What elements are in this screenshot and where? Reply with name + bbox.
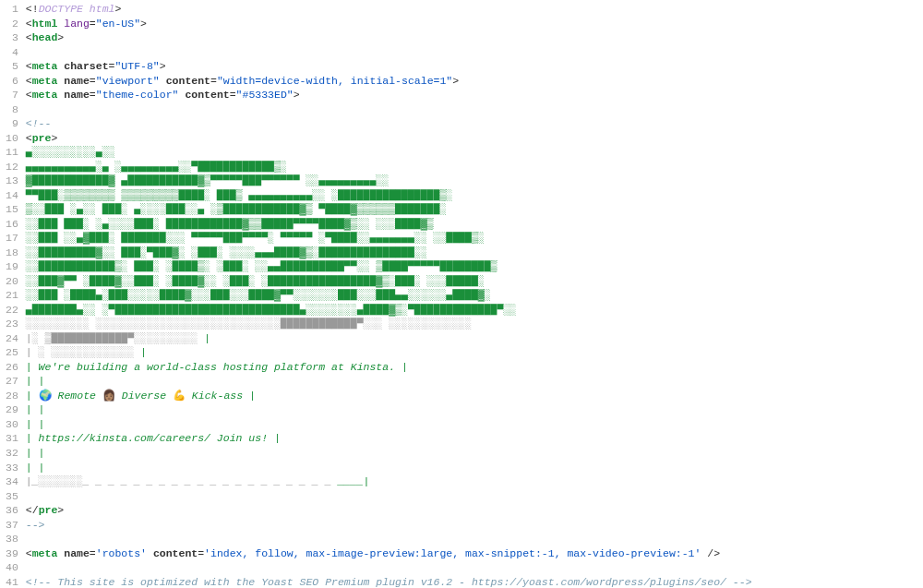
token-asciigray: |_░░░░░░░_ _ _ _ _ _ _ _ _ _ _ _ _ _ _ _… xyxy=(26,475,338,487)
code-line[interactable]: ▄███████▄░░ ░▀██████████████████████████… xyxy=(26,303,923,318)
token-asciigray: |░ ▒████████████▀░░░░░░░░░░ xyxy=(26,332,198,344)
code-line[interactable] xyxy=(26,560,923,575)
token-punct: > xyxy=(51,132,57,144)
code-line[interactable]: ▄░░░░░░░░░░▄░░ xyxy=(26,145,923,160)
code-line[interactable]: <meta charset="UTF-8"> xyxy=(26,59,923,74)
code-line[interactable]: ▓████████████▓ ▄███████████▓▒▀▀▀▀▀███▀▀▀… xyxy=(26,174,923,188)
code-line[interactable]: <meta name='robots' content='index, foll… xyxy=(26,546,923,561)
line-number: 16 xyxy=(6,217,18,232)
code-line[interactable]: <!-- xyxy=(26,116,923,131)
code-line[interactable]: ░░███▓▀▀ ░████▓░░███░ ░████▓░░ ░███░ ░██… xyxy=(26,274,923,289)
token-punct: > xyxy=(57,31,64,43)
line-number: 22 xyxy=(6,303,18,318)
code-line[interactable]: --> xyxy=(26,518,923,533)
token-punct: = xyxy=(230,89,236,101)
token-str: "UTF-8" xyxy=(114,60,159,72)
token-attrbold: content xyxy=(166,75,210,87)
token-punct: > xyxy=(57,504,64,516)
code-line[interactable]: <html lang="en-US"> xyxy=(26,17,923,31)
token-tag: meta xyxy=(32,75,65,87)
line-number: 25 xyxy=(6,345,18,360)
code-line[interactable] xyxy=(26,102,923,117)
code-line[interactable]: |░ ▒████████████▀░░░░░░░░░░ | xyxy=(26,331,923,346)
token-asciigray: | ░ ░░░░░░░░░░░░░ xyxy=(26,346,134,358)
code-line[interactable]: ░░████████████▒░ ███░ ░████▒░ ░███░ ░░▄▄… xyxy=(26,259,923,274)
token-textitalic: | xyxy=(26,390,39,402)
code-content[interactable]: <!DOCTYPE html><html lang="en-US"><head>… xyxy=(26,0,923,588)
code-line[interactable]: | ░ ░░░░░░░░░░░░░ | xyxy=(26,345,923,360)
code-line[interactable]: <meta name="viewport" content="width=dev… xyxy=(26,74,923,89)
line-number: 9 xyxy=(6,116,18,131)
token-punct: > xyxy=(140,18,147,30)
code-line[interactable]: ░░░░░░░░░░ ░░░░░░░░░░░░░░░░░░░░░░░░░░░░░… xyxy=(26,317,923,331)
line-number: 28 xyxy=(6,389,18,403)
code-line[interactable] xyxy=(26,532,923,546)
line-number: 12 xyxy=(6,160,18,174)
token-textitalic: | | xyxy=(26,403,45,415)
token-tag: head xyxy=(32,31,58,43)
token-ascii: ░░█████████▓░░ ███░▀███▓░ ░███░ ░░░░▄▄▄█… xyxy=(26,246,427,258)
line-number: 7 xyxy=(6,88,18,102)
token-asciigray: ░░░░░░░░░░ ░░░░░░░░░░░░░░░░░░░░░░░░░░░░░… xyxy=(26,318,472,330)
code-line[interactable]: ▄▄▄▄▄▄▄▄▄▄▄░▄ ░▄▄▄▄▄▄▄▄▄░░▀████████████▒… xyxy=(26,160,923,174)
token-textitalic: Diverse xyxy=(115,390,173,402)
token-punct: > xyxy=(294,89,300,101)
code-line[interactable]: ▀▀███░▒▒▒▒▒▒▒▒ ▒▒▒▒▒▒▒▒▒████░ ███▒ ▄▄▄▄▄… xyxy=(26,188,923,203)
token-punct: < xyxy=(26,31,32,43)
code-line[interactable]: | 🌍 Remote 👩🏽 Diverse 💪 Kick-ass | xyxy=(26,389,923,403)
line-number: 1 xyxy=(6,2,18,17)
line-number: 15 xyxy=(6,202,18,217)
token-comment: <!-- This site is optimized with the Yoa… xyxy=(26,576,752,588)
token-punct: /> xyxy=(707,547,720,559)
line-number: 4 xyxy=(6,45,18,60)
token-textitalic: Remote xyxy=(52,390,102,402)
line-number: 29 xyxy=(6,402,18,417)
token-tag: meta xyxy=(32,60,65,72)
code-line[interactable]: ░░███ ░░▄▓███░ ███████░░░ ▀▀▀▀▀███▀▀▀▀░ … xyxy=(26,231,923,246)
code-line[interactable]: ░░█████████▓░░ ███░▀███▓░ ░███░ ░░░░▄▄▄█… xyxy=(26,246,923,260)
token-text xyxy=(147,547,153,559)
line-number: 19 xyxy=(6,259,18,274)
token-str: 'robots' xyxy=(96,547,147,559)
code-line[interactable]: ▒░░███ ░▄░░ ███░ ▄░░░░███░░▄ ░▒█████████… xyxy=(26,202,923,217)
code-line[interactable]: | | xyxy=(26,461,923,475)
line-number: 31 xyxy=(6,431,18,446)
code-line[interactable]: |_░░░░░░░_ _ _ _ _ _ _ _ _ _ _ _ _ _ _ _… xyxy=(26,474,923,489)
token-punct: </ xyxy=(26,504,39,516)
code-line[interactable]: <!-- This site is optimized with the Yoa… xyxy=(26,575,923,588)
token-attrbold: name xyxy=(64,75,90,87)
token-emoji: 👩🏽 xyxy=(102,390,115,402)
token-textitalic: Kick-ass | xyxy=(186,390,256,402)
token-textitalic: | | xyxy=(26,418,45,430)
code-line[interactable]: <!DOCTYPE html> xyxy=(26,2,923,17)
code-line[interactable]: <pre> xyxy=(26,131,923,146)
line-number: 13 xyxy=(6,174,18,188)
token-attrbold: charset xyxy=(64,60,108,72)
code-line[interactable]: | | xyxy=(26,374,923,389)
code-line[interactable]: <head> xyxy=(26,30,923,45)
code-line[interactable] xyxy=(26,45,923,60)
token-str: "width=device-width, initial-scale=1" xyxy=(217,75,452,87)
line-number: 21 xyxy=(6,288,18,303)
token-emoji: 💪 xyxy=(173,390,186,402)
token-punct: = xyxy=(90,89,96,101)
token-ascii: ░░████████████▒░ ███░ ░████▒░ ░███░ ░░▄▄… xyxy=(26,260,497,272)
token-ascii: ░░███▓▀▀ ░████▓░░███░ ░████▓░░ ░███░ ░██… xyxy=(26,275,485,287)
code-line[interactable]: ░░███ ███░ ░▄░░░░███░ ████████████▓▒▒███… xyxy=(26,217,923,232)
code-line[interactable]: | | xyxy=(26,446,923,461)
code-line[interactable]: </pre> xyxy=(26,503,923,518)
code-line[interactable]: | https://kinsta.com/careers/ Join us! | xyxy=(26,431,923,446)
code-line[interactable]: | | xyxy=(26,417,923,432)
code-line[interactable]: <meta name="theme-color" content="#5333E… xyxy=(26,88,923,102)
line-number: 27 xyxy=(6,374,18,389)
line-number: 39 xyxy=(6,546,18,561)
code-line[interactable] xyxy=(26,489,923,504)
code-line[interactable]: ░░███ ░████▄░███░░░░░████▓░░░███░░░████▓… xyxy=(26,288,923,303)
line-number: 41 xyxy=(6,575,18,588)
code-line[interactable]: | We're building a world-class hosting p… xyxy=(26,360,923,375)
line-number: 5 xyxy=(6,59,18,74)
token-punct: > xyxy=(114,3,121,15)
code-line[interactable]: | | xyxy=(26,402,923,417)
token-punct: > xyxy=(452,75,459,87)
line-number: 30 xyxy=(6,417,18,432)
